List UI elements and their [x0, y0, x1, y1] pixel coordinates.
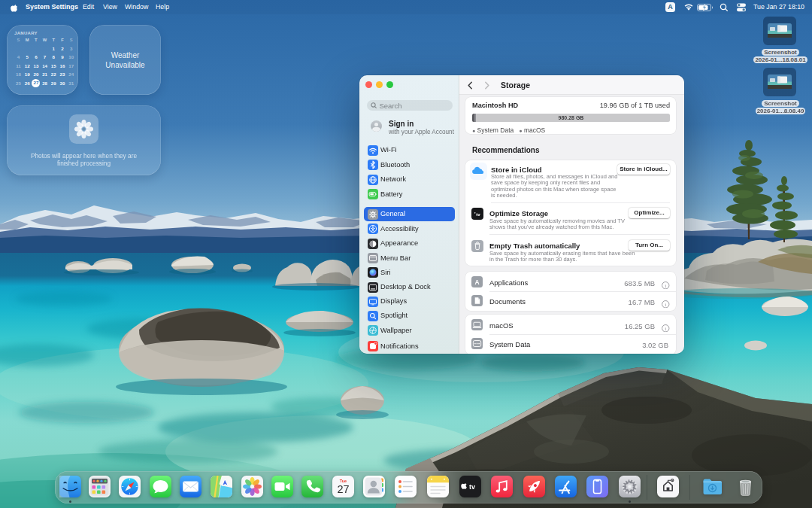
svg-text:A: A [474, 278, 479, 286]
svg-text:27: 27 [337, 483, 349, 495]
svg-text:Tue: Tue [339, 479, 346, 483]
svg-text:i: i [665, 301, 666, 307]
svg-text:i: i [665, 282, 666, 288]
svg-text:i: i [665, 325, 666, 331]
svg-text:tv: tv [476, 211, 480, 217]
svg-text:tv: tv [468, 483, 474, 491]
